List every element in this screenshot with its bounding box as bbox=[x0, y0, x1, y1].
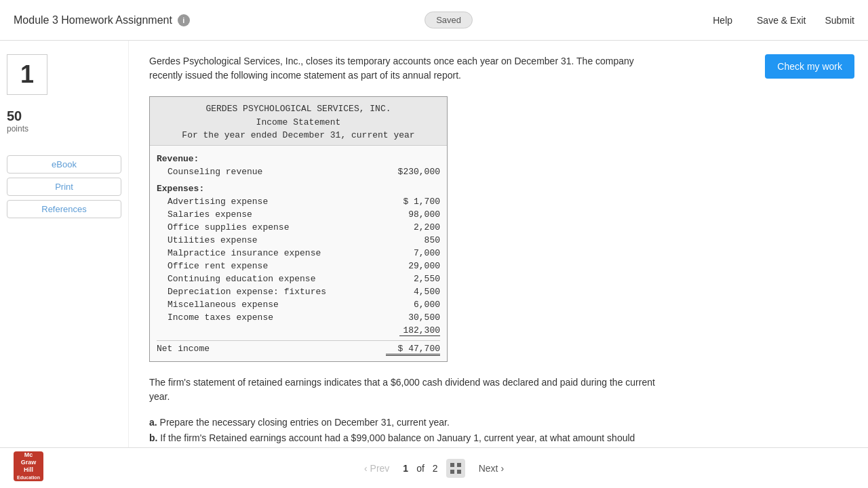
submit-button[interactable]: Submit bbox=[825, 15, 854, 26]
page-of: of bbox=[416, 463, 425, 474]
expense-row: Utilities expense850 bbox=[157, 234, 440, 247]
svg-rect-1 bbox=[457, 463, 461, 467]
grid-icon bbox=[450, 462, 462, 474]
pagination: ‹ Prev 1 of 2 Next › bbox=[359, 459, 509, 476]
sidebar-links: eBook Print References bbox=[7, 155, 121, 218]
points-section: 50 points bbox=[7, 108, 121, 134]
check-my-work-button[interactable]: Check my work bbox=[765, 54, 854, 79]
expense-row: Depreciation expense: fixtures4,500 bbox=[157, 285, 440, 298]
company-name: GERDES PSYCHOLOGICAL SERVICES, INC. bbox=[157, 102, 440, 116]
expenses-section-label: Expenses: bbox=[157, 182, 440, 195]
ebook-button[interactable]: eBook bbox=[7, 155, 121, 174]
grid-view-button[interactable] bbox=[446, 459, 465, 476]
net-income-value: $ 47,700 bbox=[386, 344, 440, 356]
print-button[interactable]: Print bbox=[7, 178, 121, 196]
svg-rect-0 bbox=[450, 463, 454, 467]
question-number-box: 1 bbox=[7, 54, 47, 95]
total-pages: 2 bbox=[433, 463, 438, 474]
expense-row: Income taxes expense30,500 bbox=[157, 311, 440, 324]
statement-title: Income Statement bbox=[157, 116, 440, 129]
main-container: 1 50 points eBook Print References Check… bbox=[0, 41, 868, 476]
is-header: GERDES PSYCHOLOGICAL SERVICES, INC. Inco… bbox=[150, 97, 447, 146]
svg-rect-3 bbox=[457, 470, 461, 474]
expense-row: Miscellaneous expense6,000 bbox=[157, 298, 440, 311]
counseling-revenue-value: $230,000 bbox=[398, 167, 440, 177]
header: Module 3 Homework Assignment i Saved Hel… bbox=[0, 0, 868, 41]
expense-row: Continuing education expense2,550 bbox=[157, 272, 440, 285]
intro-text: Gerdes Psychological Services, Inc., clo… bbox=[149, 54, 665, 83]
expense-rows: Advertising expense$ 1,700Salaries expen… bbox=[157, 195, 440, 324]
total-expenses-value: 182,300 bbox=[399, 325, 440, 336]
footer-logo: McGrawHillEducation bbox=[14, 451, 43, 476]
net-income-label: Net income bbox=[157, 344, 210, 356]
header-center: Saved bbox=[425, 12, 473, 28]
is-body: Revenue: Counseling revenue $230,000 Exp… bbox=[150, 146, 447, 361]
prev-button[interactable]: ‹ Prev bbox=[359, 460, 395, 476]
footer: McGrawHillEducation ‹ Prev 1 of 2 Next › bbox=[0, 447, 868, 476]
expense-row: Malpractice insurance expense7,000 bbox=[157, 247, 440, 260]
page-title: Module 3 Homework Assignment bbox=[14, 14, 172, 26]
income-statement-table: GERDES PSYCHOLOGICAL SERVICES, INC. Inco… bbox=[149, 96, 448, 362]
saved-badge: Saved bbox=[425, 12, 473, 28]
content-area: Check my work Gerdes Psychological Servi… bbox=[129, 41, 868, 476]
points-value: 50 bbox=[7, 108, 121, 124]
current-page: 1 bbox=[403, 463, 408, 474]
question-a-text: Prepare the necessary closing entries on… bbox=[160, 417, 450, 428]
expense-row: Office supplies expense2,200 bbox=[157, 221, 440, 234]
expense-row: Advertising expense$ 1,700 bbox=[157, 195, 440, 208]
info-icon[interactable]: i bbox=[178, 14, 190, 26]
question-number: 1 bbox=[20, 60, 34, 89]
references-button[interactable]: References bbox=[7, 200, 121, 218]
svg-rect-2 bbox=[450, 470, 454, 474]
counseling-revenue-row: Counseling revenue $230,000 bbox=[157, 165, 440, 178]
next-button[interactable]: Next › bbox=[473, 460, 509, 476]
save-exit-button[interactable]: Save & Exit bbox=[751, 12, 811, 28]
question-b-label: b. bbox=[149, 432, 157, 443]
header-left: Module 3 Homework Assignment i bbox=[14, 14, 190, 26]
retained-text: The firm's statement of retained earning… bbox=[149, 375, 665, 404]
total-expenses-row: 182,300 bbox=[157, 324, 440, 338]
prev-chevron-icon: ‹ bbox=[364, 463, 368, 474]
next-chevron-icon: › bbox=[500, 463, 504, 474]
header-right: Help Save & Exit Submit bbox=[707, 12, 854, 28]
statement-period: For the year ended December 31, current … bbox=[157, 129, 440, 142]
sidebar: 1 50 points eBook Print References bbox=[0, 41, 129, 476]
points-label: points bbox=[7, 124, 121, 134]
net-income-row: Net income $ 47,700 bbox=[157, 340, 440, 357]
expense-row: Office rent expense29,000 bbox=[157, 260, 440, 272]
counseling-revenue-label: Counseling revenue bbox=[167, 167, 262, 177]
expense-row: Salaries expense98,000 bbox=[157, 208, 440, 221]
mcgraw-hill-logo: McGrawHillEducation bbox=[14, 451, 43, 476]
revenue-section-label: Revenue: bbox=[157, 152, 440, 165]
help-button[interactable]: Help bbox=[707, 12, 738, 28]
question-a-label: a. bbox=[149, 417, 157, 428]
